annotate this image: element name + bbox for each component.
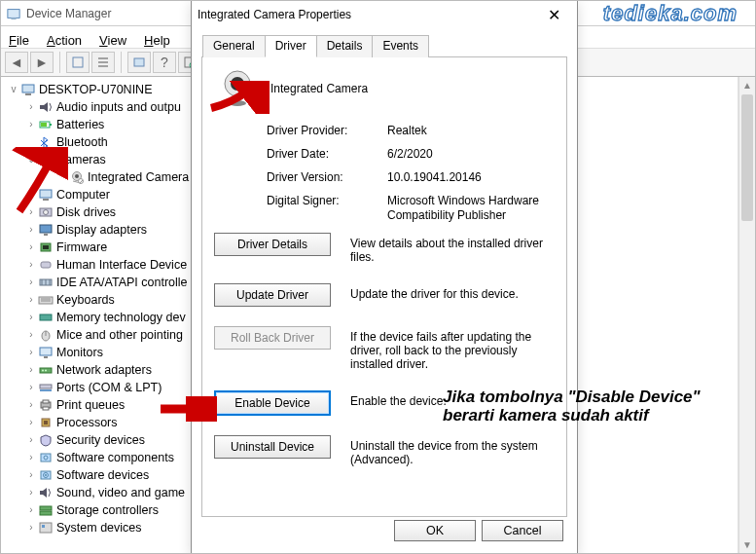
toolbar-back-button[interactable]: ◄: [5, 52, 28, 73]
toolbar-props-button[interactable]: [127, 52, 151, 73]
svg-rect-25: [43, 199, 49, 201]
tree-item-label: IDE ATA/ATAPI controlle: [56, 276, 188, 289]
menu-view[interactable]: View: [99, 33, 126, 48]
svg-rect-24: [40, 190, 52, 198]
device-name: Integrated Camera: [270, 82, 368, 95]
roll-back-driver-desc: If the device fails after updating the d…: [350, 326, 557, 371]
driver-info-grid: Driver Provider: Realtek Driver Date: 6/…: [267, 124, 557, 223]
disk-icon: [38, 205, 54, 219]
driver-date-label: Driver Date:: [267, 147, 381, 161]
svg-rect-29: [44, 234, 48, 236]
tree-item-label: Mice and other pointing: [56, 328, 183, 342]
pc-icon: [38, 188, 54, 202]
tree-item-label: Processors: [56, 416, 118, 429]
enable-device-button[interactable]: Enable Device: [214, 390, 331, 416]
svg-rect-55: [41, 454, 51, 462]
softdev-icon: [38, 468, 54, 482]
tree-item-label: System devices: [56, 521, 142, 535]
storage-icon: [38, 503, 54, 517]
menu-file[interactable]: File: [9, 33, 29, 48]
svg-rect-40: [40, 314, 52, 320]
battery-icon: [38, 118, 54, 131]
dialog-title: Integrated Camera Properties: [198, 8, 351, 21]
svg-point-20: [43, 164, 49, 166]
dialog-close-button[interactable]: ✕: [536, 2, 571, 27]
svg-rect-0: [8, 9, 19, 18]
svg-rect-49: [40, 389, 52, 391]
menu-action[interactable]: Action: [47, 33, 82, 48]
digital-signer-label: Digital Signer:: [267, 194, 381, 223]
svg-rect-51: [43, 400, 49, 403]
driver-version-value: 10.0.19041.20146: [387, 170, 557, 184]
uninstall-device-button[interactable]: Uninstall Device: [214, 435, 331, 459]
tab-page-driver: Integrated Camera Driver Provider: Realt…: [201, 57, 567, 517]
svg-rect-17: [41, 123, 47, 127]
scroll-up-button[interactable]: ▲: [739, 77, 755, 93]
driver-date-value: 6/2/2020: [387, 147, 557, 161]
menu-help[interactable]: Help: [144, 33, 170, 48]
svg-point-46: [42, 370, 44, 372]
uninstall-device-desc: Uninstall the device from the system (Ad…: [350, 435, 557, 466]
svg-point-23: [79, 179, 84, 184]
svg-rect-48: [40, 385, 52, 388]
update-driver-button[interactable]: Update Driver: [214, 283, 331, 307]
properties-dialog: Integrated Camera Properties ✕ General D…: [191, 0, 578, 554]
device-manager-icon: [7, 7, 20, 20]
tab-general[interactable]: General: [202, 35, 266, 57]
toolbar-list-button[interactable]: [91, 52, 115, 73]
tab-details[interactable]: Details: [316, 35, 374, 57]
toolbar-forward-button[interactable]: ►: [30, 52, 54, 73]
webcam-icon: [218, 69, 257, 108]
svg-marker-14: [40, 102, 48, 112]
scroll-down-button[interactable]: ▼: [739, 536, 755, 553]
svg-point-69: [229, 100, 246, 106]
tab-events[interactable]: Events: [372, 35, 429, 57]
svg-point-22: [75, 174, 79, 178]
svg-rect-62: [40, 511, 52, 515]
hid-icon: [38, 258, 54, 272]
driver-details-button[interactable]: Driver Details: [214, 233, 331, 256]
bluetooth-icon: [38, 135, 54, 149]
tree-item-label: Network adapters: [56, 363, 152, 377]
tree-item-label: Sound, video and game: [56, 486, 185, 499]
svg-rect-43: [40, 348, 52, 355]
tree-item-label: Disk drives: [56, 205, 116, 219]
vertical-scrollbar[interactable]: ▲ ▼: [738, 77, 755, 553]
firmware-icon: [38, 240, 54, 254]
svg-rect-28: [40, 225, 52, 233]
tree-item-label: Ports (COM & LPT): [56, 381, 162, 394]
svg-rect-2: [73, 57, 83, 67]
tree-item-label: Software components: [56, 451, 174, 464]
mouse-icon: [38, 328, 54, 342]
display-icon: [38, 223, 54, 237]
toolbar-up-button[interactable]: [66, 52, 90, 73]
system-icon: [38, 521, 54, 535]
tree-item-label: Monitors: [56, 346, 103, 359]
audio-icon: [38, 100, 54, 114]
ide-icon: [38, 276, 54, 289]
sound-icon: [38, 486, 54, 499]
annotation-text-line2: berarti kamera sudah aktif: [443, 406, 649, 425]
tree-item-label: Human Interface Device: [56, 258, 187, 272]
roll-back-driver-button: Roll Back Driver: [214, 326, 331, 350]
ok-button[interactable]: OK: [394, 520, 476, 541]
svg-rect-12: [22, 85, 34, 92]
svg-point-67: [234, 81, 240, 87]
tabstrip: General Driver Details Events: [201, 34, 567, 57]
scroll-thumb[interactable]: [741, 94, 753, 221]
svg-rect-44: [44, 356, 48, 358]
tree-item-label: Cameras: [56, 153, 106, 166]
tree-item-label: Storage controllers: [56, 503, 159, 517]
svg-point-19: [44, 157, 49, 162]
tab-driver[interactable]: Driver: [265, 35, 317, 57]
tree-item-label: Software devices: [56, 468, 149, 482]
svg-rect-1: [11, 18, 16, 19]
driver-actions: Driver Details View details about the in…: [212, 233, 557, 466]
toolbar-help-button[interactable]: ?: [153, 52, 176, 73]
camera-dev-icon: [69, 170, 85, 184]
dialog-titlebar[interactable]: Integrated Camera Properties ✕: [192, 1, 577, 28]
svg-rect-63: [40, 523, 52, 533]
svg-rect-32: [41, 262, 51, 268]
update-driver-desc: Update the driver for this device.: [350, 283, 557, 301]
cancel-button[interactable]: Cancel: [482, 520, 563, 541]
